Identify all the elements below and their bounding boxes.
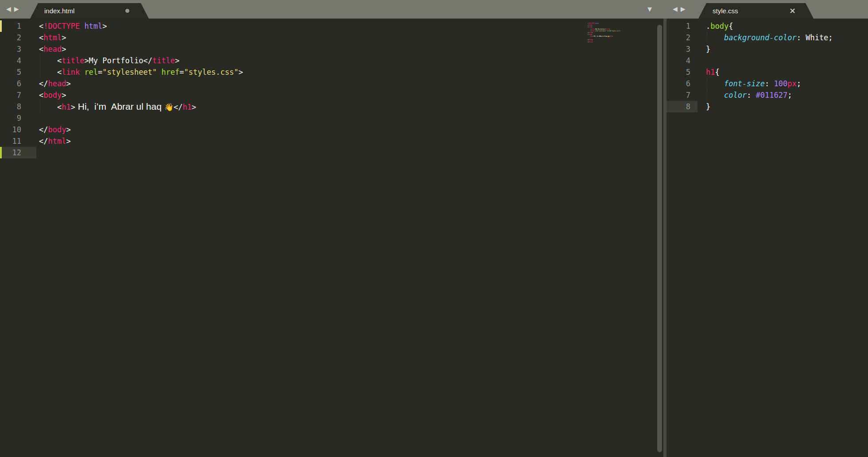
vertical-scrollbar[interactable] xyxy=(657,25,662,452)
wave-emoji: 👋 xyxy=(164,103,174,111)
code-line[interactable]: 1.body{ xyxy=(666,20,868,32)
forward-button[interactable]: ▶ xyxy=(14,5,19,12)
editor-pane-index-html[interactable]: 1<!DOCTYPE html>2<html>3<head>4 <title>M… xyxy=(0,19,657,457)
code-line[interactable]: 5h1{ xyxy=(666,66,868,78)
indent-guide xyxy=(707,32,707,43)
line-number: 5 xyxy=(0,66,36,78)
line-number: 6 xyxy=(666,78,698,89)
line-number: 8 xyxy=(666,101,698,112)
sublime-window: ◀ ▶ index.html ▼ ◀ ▶ style.css × 1<!DOCT… xyxy=(0,0,868,457)
line-number: 6 xyxy=(0,78,36,89)
dirty-indicator-icon[interactable] xyxy=(125,9,129,13)
line-number: 1 xyxy=(666,20,698,32)
minimap[interactable]: 1<!DOCTYPE html>2<html>3<head>4 <title>M… xyxy=(588,23,642,45)
code-line[interactable]: 9 xyxy=(0,112,657,124)
line-number: 2 xyxy=(666,32,698,43)
code-line[interactable]: 12 xyxy=(588,43,642,45)
code-line[interactable]: 12 xyxy=(0,147,657,158)
editor-pane-style-css[interactable]: 1.body{2 background-color: White;3}45h1{… xyxy=(666,19,868,457)
right-pane-nav: ◀ ▶ xyxy=(673,5,686,12)
line-number: 2 xyxy=(0,32,36,43)
gutter-marker xyxy=(0,147,2,158)
forward-button[interactable]: ▶ xyxy=(681,5,686,12)
back-button[interactable]: ◀ xyxy=(6,5,11,12)
gutter-marker xyxy=(0,20,2,32)
indent-guide xyxy=(707,89,707,101)
code-line[interactable]: 2<html> xyxy=(0,32,657,43)
line-number: 3 xyxy=(666,43,698,55)
indent-guide xyxy=(40,101,40,112)
line-number: 4 xyxy=(0,55,36,66)
line-number: 10 xyxy=(0,124,36,135)
line-number: 4 xyxy=(666,55,698,66)
line-number: 12 xyxy=(0,147,36,158)
code-line[interactable]: 7<body> xyxy=(0,89,657,101)
code-line[interactable]: 5 <link rel="stylesheet" href="styles.cs… xyxy=(0,66,657,78)
code-line[interactable]: 8} xyxy=(666,101,868,112)
line-number: 3 xyxy=(0,43,36,55)
tab-title: style.css xyxy=(713,3,738,19)
code-line[interactable]: 10</body> xyxy=(0,124,657,135)
code-line[interactable]: 2 background-color: White; xyxy=(666,32,868,43)
code-line[interactable]: 1<!DOCTYPE html> xyxy=(0,20,657,32)
code-line[interactable]: 8 <h1> Hi, i’m Abrar ul haq 👋</h1> xyxy=(0,101,657,112)
tab-title: index.html xyxy=(44,3,74,19)
code-line[interactable]: 7 color: #011627; xyxy=(666,89,868,101)
tab-bar: ◀ ▶ index.html ▼ ◀ ▶ style.css × xyxy=(0,0,868,19)
line-number: 1 xyxy=(0,20,36,32)
line-number: 7 xyxy=(666,89,698,101)
line-number: 5 xyxy=(666,66,698,78)
tab-index-html[interactable]: index.html xyxy=(30,3,149,19)
line-number: 8 xyxy=(0,101,36,112)
pane-divider[interactable] xyxy=(663,19,666,457)
code-line[interactable]: 3<head> xyxy=(0,43,657,55)
code-line[interactable]: 3} xyxy=(666,43,868,55)
code-line[interactable]: 6</head> xyxy=(0,78,657,89)
tab-style-css[interactable]: style.css × xyxy=(698,3,814,19)
code-line[interactable]: 4 <title>My Portfolio</title> xyxy=(0,55,657,66)
close-icon[interactable]: × xyxy=(789,3,796,18)
left-pane-nav: ◀ ▶ xyxy=(6,5,19,12)
indent-guide xyxy=(40,55,40,66)
code-line[interactable]: 11</html> xyxy=(0,135,657,147)
indent-guide xyxy=(707,78,707,89)
back-button[interactable]: ◀ xyxy=(673,5,678,12)
tab-overflow-button[interactable]: ▼ xyxy=(647,6,652,12)
code-line[interactable]: 6 font-size: 100px; xyxy=(666,78,868,89)
line-number: 11 xyxy=(0,135,36,147)
line-number: 7 xyxy=(0,89,36,101)
code-line[interactable]: 4 xyxy=(666,55,868,66)
indent-guide xyxy=(40,66,40,78)
line-number: 9 xyxy=(0,112,36,124)
